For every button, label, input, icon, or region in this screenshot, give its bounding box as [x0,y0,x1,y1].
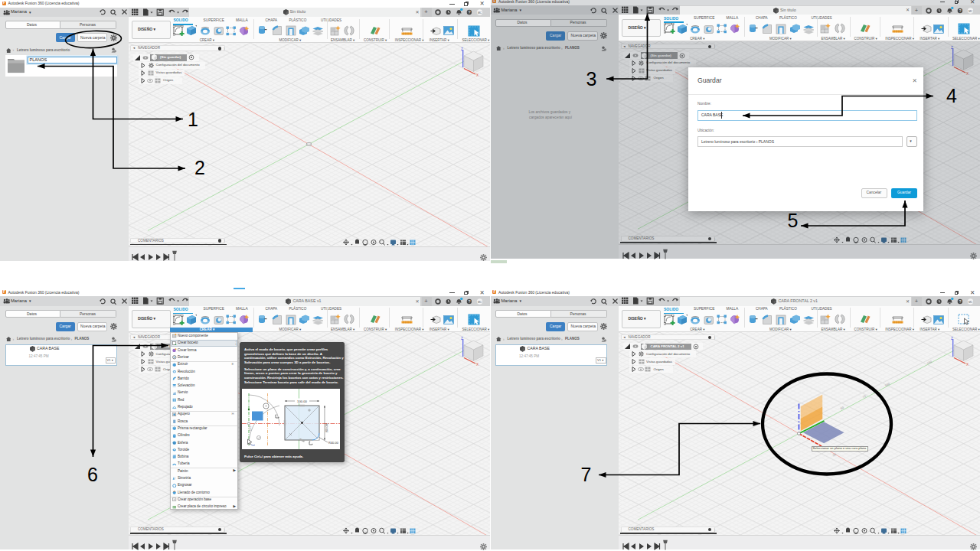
svg-text:2: 2 [194,157,205,178]
svg-text:4: 4 [946,85,957,106]
svg-text:7: 7 [581,464,592,485]
svg-text:3: 3 [586,68,597,90]
svg-text:5: 5 [788,210,799,231]
svg-text:1: 1 [188,109,198,130]
svg-text:6: 6 [87,464,98,485]
